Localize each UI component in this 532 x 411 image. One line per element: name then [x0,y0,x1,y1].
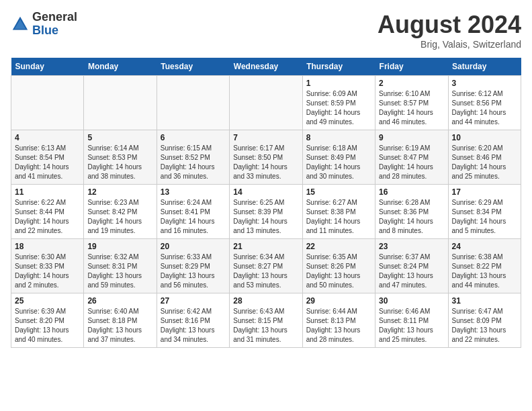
day-cell: 12Sunrise: 6:23 AMSunset: 8:42 PMDayligh… [84,185,157,239]
day-number: 22 [306,242,371,251]
day-cell: 19Sunrise: 6:32 AMSunset: 8:31 PMDayligh… [84,239,157,293]
day-number: 27 [161,296,226,306]
title-block: August 2024 Brig, Valais, Switzerland [378,11,521,50]
day-info: Sunrise: 6:19 AMSunset: 8:47 PMDaylight:… [379,144,444,181]
day-cell: 18Sunrise: 6:30 AMSunset: 8:33 PMDayligh… [11,239,84,293]
day-number: 7 [233,133,298,142]
day-cell: 2Sunrise: 6:10 AMSunset: 8:57 PMDaylight… [375,76,448,130]
day-info: Sunrise: 6:25 AMSunset: 8:39 PMDaylight:… [233,198,298,236]
day-info: Sunrise: 6:32 AMSunset: 8:31 PMDaylight:… [87,253,152,290]
week-row-2: 4Sunrise: 6:13 AMSunset: 8:54 PMDaylight… [11,130,521,185]
day-info: Sunrise: 6:33 AMSunset: 8:29 PMDaylight:… [161,253,226,290]
day-number: 2 [379,79,444,88]
day-info: Sunrise: 6:47 AMSunset: 8:09 PMDaylight:… [452,307,517,345]
day-info: Sunrise: 6:28 AMSunset: 8:36 PMDaylight:… [379,198,444,236]
day-info: Sunrise: 6:17 AMSunset: 8:50 PMDaylight:… [233,144,298,181]
calendar-header-row: SundayMondayTuesdayWednesdayThursdayFrid… [11,58,521,76]
day-number: 24 [452,242,517,251]
day-cell: 8Sunrise: 6:18 AMSunset: 8:49 PMDaylight… [302,130,375,185]
day-info: Sunrise: 6:35 AMSunset: 8:26 PMDaylight:… [306,253,371,290]
day-number: 19 [87,242,152,251]
day-cell [84,76,157,130]
day-cell: 24Sunrise: 6:38 AMSunset: 8:22 PMDayligh… [448,239,521,293]
day-cell: 3Sunrise: 6:12 AMSunset: 8:56 PMDaylight… [448,76,521,130]
day-number: 5 [87,133,152,142]
day-info: Sunrise: 6:38 AMSunset: 8:22 PMDaylight:… [452,253,517,290]
week-row-1: 1Sunrise: 6:09 AMSunset: 8:59 PMDaylight… [11,76,521,130]
day-number: 9 [379,133,444,142]
day-info: Sunrise: 6:12 AMSunset: 8:56 PMDaylight:… [452,89,517,127]
day-cell: 7Sunrise: 6:17 AMSunset: 8:50 PMDaylight… [230,130,302,185]
week-row-5: 25Sunrise: 6:39 AMSunset: 8:20 PMDayligh… [11,293,521,348]
day-cell: 4Sunrise: 6:13 AMSunset: 8:54 PMDaylight… [11,130,84,185]
header-sunday: Sunday [11,58,84,76]
page-header: General Blue August 2024 Brig, Valais, S… [11,11,521,50]
day-cell: 23Sunrise: 6:37 AMSunset: 8:24 PMDayligh… [375,239,448,293]
day-number: 6 [161,133,226,142]
header-friday: Friday [375,58,448,76]
day-number: 30 [379,296,444,306]
day-info: Sunrise: 6:42 AMSunset: 8:16 PMDaylight:… [161,307,226,345]
day-cell: 11Sunrise: 6:22 AMSunset: 8:44 PMDayligh… [11,185,84,239]
day-cell: 28Sunrise: 6:43 AMSunset: 8:15 PMDayligh… [230,293,302,348]
day-info: Sunrise: 6:39 AMSunset: 8:20 PMDaylight:… [15,307,80,345]
day-cell: 15Sunrise: 6:27 AMSunset: 8:38 PMDayligh… [302,185,375,239]
day-info: Sunrise: 6:22 AMSunset: 8:44 PMDaylight:… [15,198,80,236]
day-cell: 14Sunrise: 6:25 AMSunset: 8:39 PMDayligh… [230,185,302,239]
day-info: Sunrise: 6:29 AMSunset: 8:34 PMDaylight:… [452,198,517,236]
month-title: August 2024 [378,11,521,39]
location-subtitle: Brig, Valais, Switzerland [378,39,521,50]
day-cell: 20Sunrise: 6:33 AMSunset: 8:29 PMDayligh… [157,239,229,293]
day-cell: 6Sunrise: 6:15 AMSunset: 8:52 PMDaylight… [157,130,229,185]
day-cell [230,76,302,130]
day-cell: 29Sunrise: 6:44 AMSunset: 8:13 PMDayligh… [302,293,375,348]
day-cell: 30Sunrise: 6:46 AMSunset: 8:11 PMDayligh… [375,293,448,348]
day-info: Sunrise: 6:46 AMSunset: 8:11 PMDaylight:… [379,307,444,345]
calendar-table: SundayMondayTuesdayWednesdayThursdayFrid… [11,58,521,348]
day-number: 21 [233,242,298,251]
day-info: Sunrise: 6:23 AMSunset: 8:42 PMDaylight:… [87,198,152,236]
day-cell: 9Sunrise: 6:19 AMSunset: 8:47 PMDaylight… [375,130,448,185]
day-info: Sunrise: 6:37 AMSunset: 8:24 PMDaylight:… [379,253,444,290]
day-number: 15 [306,187,371,197]
day-number: 12 [87,187,152,197]
day-info: Sunrise: 6:09 AMSunset: 8:59 PMDaylight:… [306,89,371,127]
day-info: Sunrise: 6:44 AMSunset: 8:13 PMDaylight:… [306,307,371,345]
day-cell: 10Sunrise: 6:20 AMSunset: 8:46 PMDayligh… [448,130,521,185]
day-info: Sunrise: 6:24 AMSunset: 8:41 PMDaylight:… [161,198,226,236]
header-thursday: Thursday [302,58,375,76]
day-cell: 16Sunrise: 6:28 AMSunset: 8:36 PMDayligh… [375,185,448,239]
header-saturday: Saturday [448,58,521,76]
day-info: Sunrise: 6:20 AMSunset: 8:46 PMDaylight:… [452,144,517,181]
day-number: 13 [161,187,226,197]
day-number: 26 [87,296,152,306]
day-number: 11 [15,187,80,197]
logo-blue: Blue [32,24,77,38]
header-tuesday: Tuesday [157,58,229,76]
day-cell [11,76,84,130]
logo-general: General [32,11,77,24]
day-cell: 21Sunrise: 6:34 AMSunset: 8:27 PMDayligh… [230,239,302,293]
day-number: 31 [452,296,517,306]
day-info: Sunrise: 6:13 AMSunset: 8:54 PMDaylight:… [15,144,80,181]
day-cell: 22Sunrise: 6:35 AMSunset: 8:26 PMDayligh… [302,239,375,293]
day-cell: 31Sunrise: 6:47 AMSunset: 8:09 PMDayligh… [448,293,521,348]
day-number: 29 [306,296,371,306]
day-number: 16 [379,187,444,197]
day-info: Sunrise: 6:14 AMSunset: 8:53 PMDaylight:… [87,144,152,181]
logo: General Blue [11,11,77,38]
day-cell: 5Sunrise: 6:14 AMSunset: 8:53 PMDaylight… [84,130,157,185]
day-number: 3 [452,79,517,88]
day-cell: 25Sunrise: 6:39 AMSunset: 8:20 PMDayligh… [11,293,84,348]
day-number: 25 [15,296,80,306]
day-number: 17 [452,187,517,197]
day-info: Sunrise: 6:15 AMSunset: 8:52 PMDaylight:… [161,144,226,181]
day-number: 4 [15,133,80,142]
day-number: 28 [233,296,298,306]
day-info: Sunrise: 6:40 AMSunset: 8:18 PMDaylight:… [87,307,152,345]
day-cell: 26Sunrise: 6:40 AMSunset: 8:18 PMDayligh… [84,293,157,348]
header-wednesday: Wednesday [230,58,302,76]
day-cell: 17Sunrise: 6:29 AMSunset: 8:34 PMDayligh… [448,185,521,239]
day-info: Sunrise: 6:18 AMSunset: 8:49 PMDaylight:… [306,144,371,181]
day-number: 1 [306,79,371,88]
